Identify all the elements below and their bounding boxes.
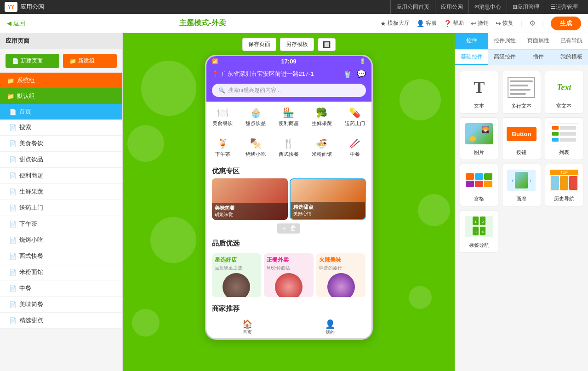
page-icon: 📄 <box>9 221 17 228</box>
medicine-icon: 💊 <box>349 107 360 118</box>
battery-icon: 🔋 <box>360 58 366 64</box>
save-as-template-button[interactable]: 另存模板 <box>280 38 314 51</box>
page-icon: 📄 <box>9 237 17 244</box>
category-noodles[interactable]: 🍜 米粉面馆 <box>305 136 338 160</box>
category-tea[interactable]: 🍹 下午茶 <box>206 136 240 160</box>
widget-grid-icon <box>463 168 495 193</box>
group-system[interactable]: 📁 系统组 <box>0 73 122 88</box>
bg-circle <box>418 194 450 226</box>
nav-ops[interactable]: ☰ 运营管理 <box>545 0 583 14</box>
nav-home[interactable]: 应用公园首页 <box>390 0 435 14</box>
category-chinese[interactable]: 🥢 中餐 <box>338 136 371 160</box>
category-food[interactable]: 🍽️ 美食餐饮 <box>206 105 240 129</box>
widget-list[interactable]: 列表 <box>545 117 583 160</box>
widget-grid: T 文本 多行文本 Text <box>455 65 588 258</box>
subtab-plugin[interactable]: 插件 <box>522 50 555 65</box>
nav-home[interactable]: 🏠 首页 <box>206 316 289 338</box>
page-item-home[interactable]: 📄 首页 <box>0 104 122 120</box>
template-hall-btn[interactable]: ★ 模板大厅 <box>380 19 410 27</box>
nav-mine[interactable]: 👤 我的 <box>289 316 371 338</box>
phone-time: 17:09 <box>218 58 360 65</box>
page-item-fresh[interactable]: 📄 生鲜果蔬 <box>0 184 122 200</box>
subtab-my-template[interactable]: 我的模板 <box>555 50 588 65</box>
bg-circle <box>400 79 441 120</box>
file-icon: 📄 <box>12 58 19 64</box>
phone-bottom-nav: 🏠 首页 👤 我的 <box>206 316 371 338</box>
customer-service-btn[interactable]: 👤 客服 <box>417 19 437 27</box>
back-button[interactable]: ◀ 返回 <box>7 19 25 28</box>
add-promo-btn[interactable]: ＋ <box>281 224 287 233</box>
redo-btn[interactable]: ↪ 恢复 <box>496 19 514 27</box>
widget-history-nav[interactable]: TOP 历史导航 <box>545 164 583 206</box>
promo-card-2[interactable]: 精选甜点 美好心情 <box>290 178 366 220</box>
phone-search-bar[interactable]: 🔍 搜索ni感兴趣的内容... <box>212 84 366 97</box>
page-item-chinese[interactable]: 📄 中餐 <box>0 280 122 297</box>
generate-button[interactable]: 生成 <box>551 17 581 30</box>
sidebar-header: 应用页面 <box>0 33 122 49</box>
widget-tag-nav[interactable]: 1 2 3 4 标签导航 <box>460 210 498 253</box>
page-item-noodles[interactable]: 📄 米粉面馆 <box>0 264 122 280</box>
new-page-button[interactable]: 📄 新建页面 <box>6 54 59 68</box>
page-item-medicine[interactable]: 📄 送药上门 <box>0 200 122 216</box>
tab-widget[interactable]: 控件 <box>455 33 488 49</box>
phone-header-icons: 🥤 💬 <box>343 69 366 78</box>
tab-existing-nav[interactable]: 已有导航 <box>555 33 588 49</box>
page-item-search[interactable]: 📄 搜索 <box>0 120 122 136</box>
category-medicine[interactable]: 💊 送药上门 <box>338 105 371 129</box>
phone-header: 📍 广东省深圳市宝安区前进一路217-1 🥤 💬 <box>206 67 371 84</box>
widget-text[interactable]: T 文本 <box>460 71 498 114</box>
tab-page-props[interactable]: 页面属性 <box>522 33 555 49</box>
widget-gallery[interactable]: ‹ › 画廊 <box>502 164 541 206</box>
qr-button[interactable]: 🔲 <box>318 38 336 51</box>
settings-icon[interactable]: ⚙ <box>529 19 536 28</box>
phone-categories-row1: 🍽️ 美食餐饮 🧁 甜点饮品 🏪 便利商超 🥦 生鲜果蔬 💊 送药 <box>206 102 371 132</box>
subtab-basic[interactable]: 基础控件 <box>455 50 488 65</box>
promo-overlay-1: 美味简餐 胡姬味觉 <box>212 203 288 220</box>
widget-button[interactable]: Button 按钮 <box>502 117 541 160</box>
tab-widget-props[interactable]: 控件属性 <box>488 33 521 49</box>
nav-app-manage[interactable]: ⊞ 应用管理 <box>507 0 545 14</box>
noodles-icon: 🍜 <box>316 138 327 149</box>
location-icon: 📍 <box>212 70 219 77</box>
page-icon: 📄 <box>9 269 17 276</box>
page-item-dessert[interactable]: 📄 甜点饮品 <box>0 152 122 168</box>
separator2: | <box>542 20 544 27</box>
nav-app[interactable]: 应用公园 <box>435 0 468 14</box>
phone-search-area: 🔍 搜索ni感兴趣的内容... <box>206 84 371 102</box>
group-default[interactable]: 📁 默认组 <box>0 88 122 104</box>
widget-richtext-icon: Text <box>548 75 580 100</box>
category-fresh[interactable]: 🥦 生鲜果蔬 <box>305 105 338 129</box>
widget-image[interactable]: 🌄 图片 <box>460 117 498 160</box>
delete-promo-btn[interactable]: 🗑 <box>290 224 297 233</box>
widget-richtext[interactable]: Text 富文本 <box>545 71 583 114</box>
promo-section-title: 优惠专区 <box>206 163 371 178</box>
new-group-button[interactable]: 📁 新建组 <box>63 54 117 68</box>
page-item-convenience[interactable]: 📄 便利商超 <box>0 168 122 184</box>
page-item-afternoon-tea[interactable]: 📄 下午茶 <box>0 216 122 232</box>
sidebar-list: 📁 系统组 📁 默认组 📄 首页 📄 搜索 📄 美食餐饮 📄 甜点饮品 <box>0 73 122 371</box>
nav-messages[interactable]: ✉ 消息中心 <box>468 0 507 14</box>
widget-multitext[interactable]: 多行文本 <box>502 71 541 114</box>
page-item-western[interactable]: 📄 西式快餐 <box>0 248 122 264</box>
category-convenience[interactable]: 🏪 便利商超 <box>272 105 305 129</box>
save-page-button[interactable]: 保存页面 <box>242 38 276 51</box>
subtab-advanced[interactable]: 高级控件 <box>488 50 521 65</box>
page-item-light-meal[interactable]: 📄 美味简餐 <box>0 297 122 313</box>
page-icon: 📄 <box>9 301 17 308</box>
promo-overlay-2: 精选甜点 美好心情 <box>291 202 365 219</box>
bbq-icon: 🍢 <box>250 138 262 149</box>
widget-grid-item[interactable]: 宫格 <box>460 164 498 206</box>
quality-card-1[interactable]: 星选好店 品质臻至之选 <box>212 253 262 297</box>
page-item-selected-dessert[interactable]: 📄 精选甜点 <box>0 313 122 329</box>
category-western[interactable]: 🍴 西式快餐 <box>272 136 305 160</box>
page-item-bbq[interactable]: 📄 烧烤小吃 <box>0 232 122 248</box>
undo-btn[interactable]: ↩ 撤销 <box>471 19 489 27</box>
category-dessert[interactable]: 🧁 甜点饮品 <box>239 105 272 129</box>
category-bbq[interactable]: 🍢 烧烤小吃 <box>239 136 272 160</box>
page-item-food[interactable]: 📄 美食餐饮 <box>0 136 122 152</box>
promo-card-1[interactable]: 美味简餐 胡姬味觉 <box>212 178 288 220</box>
bg-circle <box>141 61 196 116</box>
quality-card-2[interactable]: 正餐外卖 50分钟必达 <box>264 253 314 297</box>
help-btn[interactable]: ❓ 帮助 <box>444 19 464 27</box>
quality-card-3[interactable]: 火辣美味 味蕾的旅行 <box>316 253 366 297</box>
